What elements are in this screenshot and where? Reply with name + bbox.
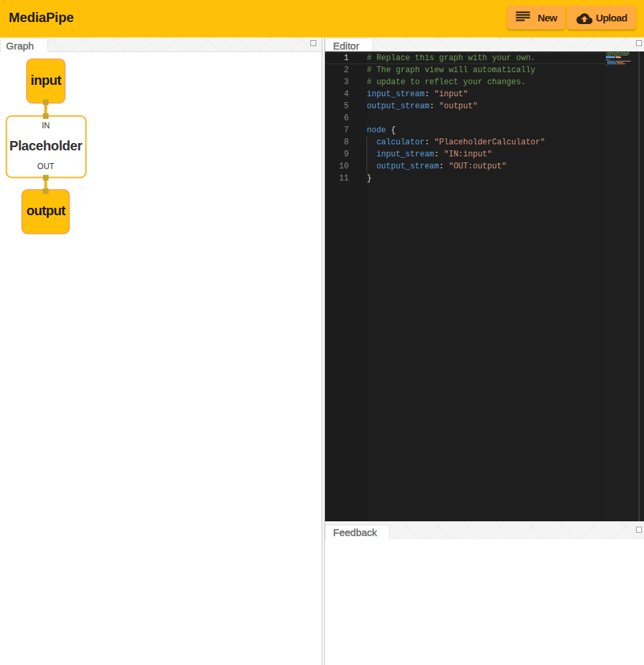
- svg-text:Placeholder: Placeholder: [9, 138, 83, 153]
- svg-text:output: output: [27, 203, 66, 218]
- svg-text:IN: IN: [42, 120, 50, 130]
- svg-text:input: input: [31, 72, 62, 87]
- svg-text:OUT: OUT: [37, 162, 55, 171]
